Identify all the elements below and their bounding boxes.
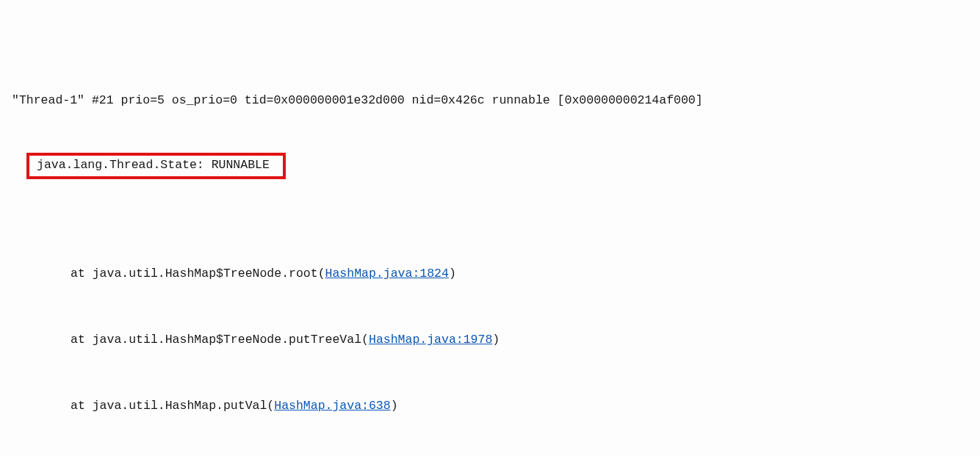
source-link[interactable]: HashMap.java:1824	[325, 267, 449, 281]
source-link[interactable]: HashMap.java:1978	[369, 333, 492, 347]
thread-dump: "Thread-1" #21 prio=5 os_prio=0 tid=0x00…	[0, 0, 980, 456]
thread-header: "Thread-1" #21 prio=5 os_prio=0 tid=0x00…	[0, 90, 980, 112]
thread-state-highlighted: java.lang.Thread.State: RUNNABLE	[26, 153, 286, 179]
stack-frame: at java.util.HashMap$TreeNode.root(HashM…	[0, 263, 980, 285]
source-link[interactable]: HashMap.java:638	[274, 399, 390, 413]
stack-trace: at java.util.HashMap$TreeNode.root(HashM…	[0, 219, 980, 456]
stack-frame: at java.util.HashMap$TreeNode.putTreeVal…	[0, 329, 980, 351]
stack-frame: at java.util.HashMap.putVal(HashMap.java…	[0, 395, 980, 417]
